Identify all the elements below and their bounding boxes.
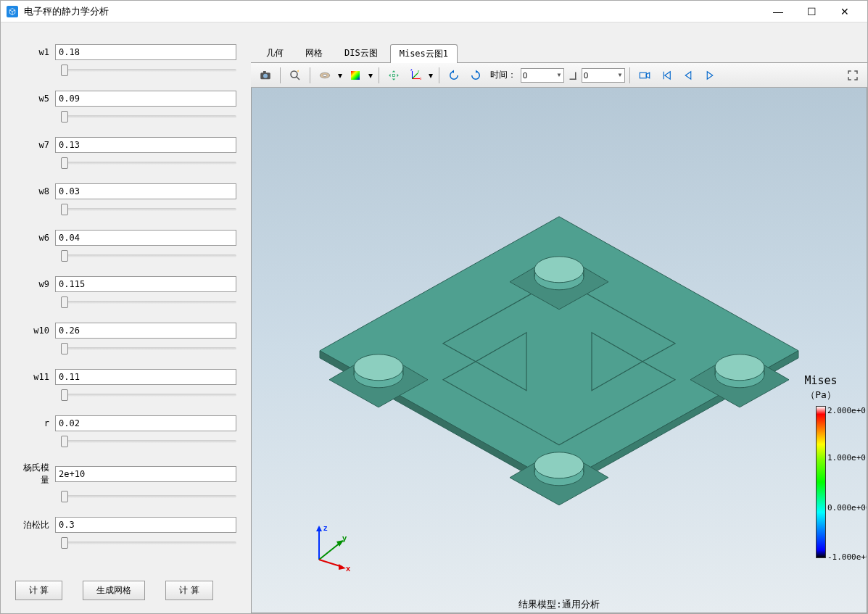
svg-text:y: y (418, 70, 420, 73)
separator (310, 67, 310, 83)
legend-tick: -1.000e+01 (827, 552, 867, 562)
svg-point-28 (715, 354, 764, 381)
play-icon[interactable] (700, 66, 720, 85)
svg-rect-17 (640, 72, 646, 78)
param-slider-w8[interactable] (15, 202, 236, 217)
svg-text:x: x (346, 564, 351, 573)
main-area: 几何 网格 DIS云图 Mises云图1 ▾ ▾ zxy ▾ (251, 22, 867, 613)
frame-end-icon[interactable] (566, 66, 580, 85)
param-input-r[interactable] (55, 415, 236, 431)
rotate-ccw-icon[interactable] (444, 66, 464, 85)
param-label: w7 (15, 140, 55, 150)
fullscreen-icon[interactable] (843, 66, 863, 85)
param-input-w11[interactable] (55, 369, 236, 385)
separator (379, 67, 379, 83)
model-render (313, 177, 806, 510)
maximize-button[interactable]: ☐ (795, 1, 828, 22)
param-label: w11 (15, 372, 55, 382)
param-input-w5[interactable] (55, 91, 236, 107)
svg-text:y: y (342, 534, 347, 542)
tab-dis-contour[interactable]: DIS云图 (335, 43, 387, 62)
video-icon[interactable] (635, 66, 655, 85)
svg-line-11 (413, 73, 418, 79)
app-window: 电子秤的静力学分析 — ☐ ✕ w1 w5 w7 w8 w6 w9 w10 w1… (0, 0, 868, 614)
color-map-icon[interactable] (345, 66, 365, 85)
param-label: w10 (15, 325, 55, 336)
viewport-3d[interactable]: z y x Mises （Pa） 2.000e+01 1.000e+01 0.0… (251, 88, 867, 613)
svg-marker-40 (339, 564, 346, 570)
clip-plane-icon[interactable] (315, 66, 335, 85)
param-slider-w5[interactable] (15, 109, 236, 124)
param-slider-poisson-ratio[interactable] (15, 536, 236, 550)
param-input-w6[interactable] (55, 230, 236, 246)
param-input-poisson-ratio[interactable] (55, 517, 236, 533)
param-slider-youngs-modulus[interactable] (15, 489, 236, 504)
param-label: 泊松比 (15, 519, 55, 531)
param-label: 杨氏模量 (15, 462, 55, 486)
window-controls: — ☐ ✕ (761, 1, 861, 22)
legend-colorbar (816, 406, 826, 558)
compute-button-1[interactable]: 计 算 (15, 581, 62, 600)
param-input-w1[interactable] (55, 44, 236, 60)
minimize-button[interactable]: — (761, 1, 795, 22)
svg-point-30 (354, 354, 403, 381)
svg-point-6 (323, 74, 327, 76)
close-button[interactable]: ✕ (828, 1, 861, 22)
param-label: w6 (15, 233, 55, 243)
time-combo[interactable]: 0▼ (521, 68, 564, 83)
param-slider-w9[interactable] (15, 295, 236, 310)
legend-tick: 2.000e+01 (827, 406, 867, 415)
body-area: w1 w5 w7 w8 w6 w9 w10 w11 r 杨氏模量 泊松比 计 算… (1, 22, 867, 613)
step-back-icon[interactable] (678, 66, 698, 85)
legend-unit: （Pa） (788, 389, 853, 402)
svg-point-1 (263, 73, 268, 78)
titlebar: 电子秤的静力学分析 — ☐ ✕ (1, 1, 867, 22)
axis-gizmo: z y x (306, 522, 357, 573)
param-label: w9 (15, 279, 55, 289)
rotate-cw-icon[interactable] (466, 66, 486, 85)
param-slider-w11[interactable] (15, 388, 236, 402)
param-input-youngs-modulus[interactable] (55, 466, 236, 482)
axis-orientation-icon[interactable]: zxy (405, 66, 426, 85)
svg-line-36 (319, 542, 341, 560)
param-slider-w1[interactable] (15, 63, 236, 78)
chevron-down-icon[interactable]: ▾ (367, 70, 374, 80)
tab-geometry[interactable]: 几何 (257, 43, 293, 62)
zoom-icon[interactable] (285, 66, 305, 85)
chevron-down-icon[interactable]: ▾ (427, 70, 434, 80)
frame-combo[interactable]: 0▼ (582, 68, 625, 83)
status-label: 结果模型:通用分析 (518, 598, 600, 611)
tab-mises-contour-1[interactable]: Mises云图1 (390, 44, 458, 63)
legend-tick: 0.000e+00 (827, 503, 867, 513)
param-slider-w10[interactable] (15, 341, 236, 356)
svg-rect-8 (393, 74, 395, 76)
svg-line-4 (297, 76, 300, 80)
param-input-w10[interactable] (55, 323, 236, 339)
svg-point-26 (534, 257, 584, 283)
compute-button-2[interactable]: 计 算 (165, 581, 212, 600)
param-label: w1 (15, 47, 55, 57)
sidebar: w1 w5 w7 w8 w6 w9 w10 w11 r 杨氏模量 泊松比 计 算… (1, 22, 251, 613)
separator (439, 67, 439, 83)
param-input-w9[interactable] (55, 276, 236, 292)
param-input-w7[interactable] (55, 137, 236, 153)
param-slider-w7[interactable] (15, 156, 236, 170)
tab-mesh[interactable]: 网格 (296, 43, 332, 62)
svg-marker-34 (316, 526, 322, 531)
chevron-down-icon: ▼ (556, 72, 562, 78)
param-label: r (15, 418, 55, 428)
generate-mesh-button[interactable]: 生成网格 (83, 581, 145, 600)
chevron-down-icon[interactable]: ▾ (336, 70, 344, 80)
button-row: 计 算 生成网格 计 算 (15, 575, 236, 606)
camera-icon[interactable] (255, 66, 276, 85)
param-slider-r[interactable] (15, 434, 236, 449)
pan-icon[interactable] (384, 66, 404, 85)
param-slider-w6[interactable] (15, 249, 236, 263)
svg-rect-16 (575, 72, 576, 80)
separator (280, 67, 281, 83)
param-input-w8[interactable] (55, 183, 236, 199)
skip-start-icon[interactable] (656, 66, 677, 85)
tabs-row: 几何 网格 DIS云图 Mises云图1 (251, 44, 867, 63)
color-legend: Mises （Pa） 2.000e+01 1.000e+01 0.000e+00… (788, 374, 853, 558)
svg-text:z: z (323, 523, 328, 532)
